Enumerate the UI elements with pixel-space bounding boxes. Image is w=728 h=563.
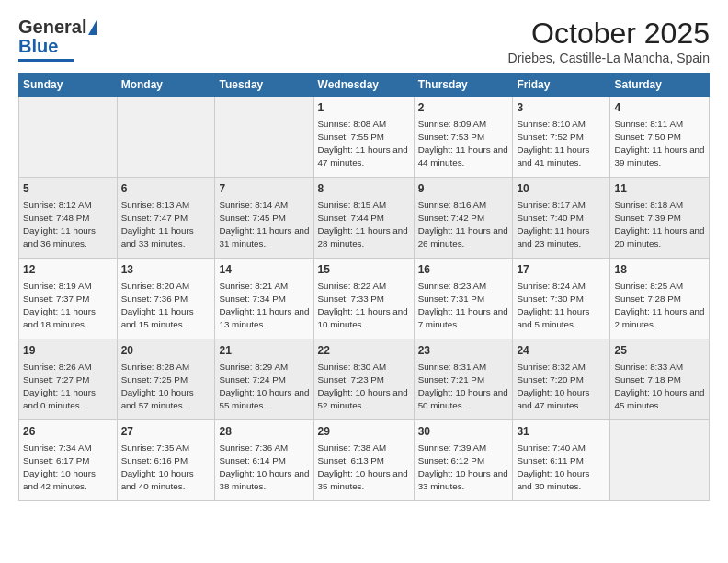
day-info: Sunrise: 8:32 AM Sunset: 7:20 PM Dayligh… (517, 362, 589, 410)
day-info: Sunrise: 7:39 AM Sunset: 6:12 PM Dayligh… (418, 442, 508, 491)
calendar-cell: 29Sunrise: 7:38 AM Sunset: 6:13 PM Dayli… (313, 420, 414, 501)
day-number: 23 (418, 343, 509, 359)
day-info: Sunrise: 8:22 AM Sunset: 7:33 PM Dayligh… (318, 281, 408, 329)
calendar-cell: 18Sunrise: 8:25 AM Sunset: 7:28 PM Dayli… (610, 259, 710, 339)
day-number: 19 (23, 343, 113, 359)
calendar-cell: 25Sunrise: 8:33 AM Sunset: 7:18 PM Dayli… (610, 339, 710, 420)
day-number: 15 (318, 262, 410, 278)
col-sunday: Sunday (19, 74, 118, 97)
calendar-cell: 27Sunrise: 7:35 AM Sunset: 6:16 PM Dayli… (117, 420, 215, 501)
day-number: 12 (23, 262, 113, 278)
col-friday: Friday (513, 74, 610, 97)
calendar-cell: 3Sunrise: 8:10 AM Sunset: 7:52 PM Daylig… (513, 97, 610, 178)
day-info: Sunrise: 8:09 AM Sunset: 7:53 PM Dayligh… (418, 119, 508, 167)
day-number: 22 (318, 343, 410, 359)
day-info: Sunrise: 8:29 AM Sunset: 7:24 PM Dayligh… (219, 362, 309, 410)
day-info: Sunrise: 7:34 AM Sunset: 6:17 PM Dayligh… (23, 442, 96, 491)
day-info: Sunrise: 8:16 AM Sunset: 7:42 PM Dayligh… (418, 200, 508, 248)
day-number: 26 (23, 424, 113, 440)
day-info: Sunrise: 8:21 AM Sunset: 7:34 PM Dayligh… (219, 281, 309, 329)
calendar-cell: 14Sunrise: 8:21 AM Sunset: 7:34 PM Dayli… (215, 259, 313, 339)
day-info: Sunrise: 7:35 AM Sunset: 6:16 PM Dayligh… (121, 442, 194, 491)
calendar-cell: 28Sunrise: 7:36 AM Sunset: 6:14 PM Dayli… (215, 420, 313, 501)
calendar-cell: 9Sunrise: 8:16 AM Sunset: 7:42 PM Daylig… (414, 178, 513, 259)
day-number: 31 (517, 424, 606, 440)
calendar-cell: 20Sunrise: 8:28 AM Sunset: 7:25 PM Dayli… (117, 339, 215, 420)
title-block: October 2025 Driebes, Castille-La Mancha… (508, 17, 710, 65)
logo-general-text: General (18, 17, 86, 38)
subtitle: Driebes, Castille-La Mancha, Spain (508, 51, 710, 65)
day-number: 1 (318, 100, 410, 116)
day-number: 2 (418, 100, 509, 116)
calendar-cell (117, 97, 215, 178)
day-info: Sunrise: 8:28 AM Sunset: 7:25 PM Dayligh… (121, 362, 194, 410)
col-saturday: Saturday (610, 74, 710, 97)
calendar-header-row: Sunday Monday Tuesday Wednesday Thursday… (19, 74, 710, 97)
calendar-cell: 24Sunrise: 8:32 AM Sunset: 7:20 PM Dayli… (513, 339, 610, 420)
calendar-week-row: 5Sunrise: 8:12 AM Sunset: 7:48 PM Daylig… (19, 178, 710, 259)
day-number: 8 (318, 181, 410, 197)
col-monday: Monday (117, 74, 215, 97)
day-info: Sunrise: 8:10 AM Sunset: 7:52 PM Dayligh… (517, 119, 589, 167)
calendar-cell (215, 97, 313, 178)
day-info: Sunrise: 8:18 AM Sunset: 7:39 PM Dayligh… (614, 200, 704, 248)
day-number: 28 (219, 424, 309, 440)
day-info: Sunrise: 8:14 AM Sunset: 7:45 PM Dayligh… (219, 200, 309, 248)
calendar-cell: 4Sunrise: 8:11 AM Sunset: 7:50 PM Daylig… (610, 97, 710, 178)
day-info: Sunrise: 7:38 AM Sunset: 6:13 PM Dayligh… (318, 442, 408, 491)
calendar-week-row: 19Sunrise: 8:26 AM Sunset: 7:27 PM Dayli… (19, 339, 710, 420)
day-number: 7 (219, 181, 309, 197)
calendar-cell: 23Sunrise: 8:31 AM Sunset: 7:21 PM Dayli… (414, 339, 513, 420)
day-number: 5 (23, 181, 113, 197)
col-tuesday: Tuesday (215, 74, 313, 97)
day-info: Sunrise: 8:26 AM Sunset: 7:27 PM Dayligh… (23, 362, 96, 410)
logo: General Blue (18, 17, 97, 62)
day-number: 27 (121, 424, 211, 440)
calendar-cell: 10Sunrise: 8:17 AM Sunset: 7:40 PM Dayli… (513, 178, 610, 259)
day-info: Sunrise: 8:23 AM Sunset: 7:31 PM Dayligh… (418, 281, 508, 329)
day-number: 18 (614, 262, 705, 278)
day-info: Sunrise: 8:15 AM Sunset: 7:44 PM Dayligh… (318, 200, 408, 248)
day-number: 24 (517, 343, 606, 359)
day-number: 14 (219, 262, 309, 278)
calendar-cell: 31Sunrise: 7:40 AM Sunset: 6:11 PM Dayli… (513, 420, 610, 501)
calendar-cell: 19Sunrise: 8:26 AM Sunset: 7:27 PM Dayli… (19, 339, 118, 420)
day-number: 6 (121, 181, 211, 197)
calendar-cell: 22Sunrise: 8:30 AM Sunset: 7:23 PM Dayli… (313, 339, 414, 420)
calendar-week-row: 12Sunrise: 8:19 AM Sunset: 7:37 PM Dayli… (19, 259, 710, 339)
calendar-cell: 30Sunrise: 7:39 AM Sunset: 6:12 PM Dayli… (414, 420, 513, 501)
calendar-cell: 13Sunrise: 8:20 AM Sunset: 7:36 PM Dayli… (117, 259, 215, 339)
main-title: October 2025 (508, 17, 710, 51)
day-info: Sunrise: 8:19 AM Sunset: 7:37 PM Dayligh… (23, 281, 96, 329)
day-info: Sunrise: 8:13 AM Sunset: 7:47 PM Dayligh… (121, 200, 194, 248)
day-info: Sunrise: 8:11 AM Sunset: 7:50 PM Dayligh… (614, 119, 704, 167)
calendar-cell: 6Sunrise: 8:13 AM Sunset: 7:47 PM Daylig… (117, 178, 215, 259)
calendar-cell: 16Sunrise: 8:23 AM Sunset: 7:31 PM Dayli… (414, 259, 513, 339)
day-number: 30 (418, 424, 509, 440)
calendar-cell: 1Sunrise: 8:08 AM Sunset: 7:55 PM Daylig… (313, 97, 414, 178)
day-number: 9 (418, 181, 509, 197)
calendar-cell: 12Sunrise: 8:19 AM Sunset: 7:37 PM Dayli… (19, 259, 118, 339)
page: General Blue October 2025 Driebes, Casti… (0, 0, 728, 563)
day-number: 25 (614, 343, 705, 359)
calendar-cell (610, 420, 710, 501)
day-info: Sunrise: 8:12 AM Sunset: 7:48 PM Dayligh… (23, 200, 96, 248)
logo-underline (18, 59, 74, 62)
day-info: Sunrise: 8:08 AM Sunset: 7:55 PM Dayligh… (318, 119, 408, 167)
calendar-week-row: 26Sunrise: 7:34 AM Sunset: 6:17 PM Dayli… (19, 420, 710, 501)
day-number: 16 (418, 262, 509, 278)
day-info: Sunrise: 8:31 AM Sunset: 7:21 PM Dayligh… (418, 362, 508, 410)
calendar-cell: 21Sunrise: 8:29 AM Sunset: 7:24 PM Dayli… (215, 339, 313, 420)
day-info: Sunrise: 8:20 AM Sunset: 7:36 PM Dayligh… (121, 281, 194, 329)
day-number: 13 (121, 262, 211, 278)
day-info: Sunrise: 8:30 AM Sunset: 7:23 PM Dayligh… (318, 362, 408, 410)
calendar-cell (19, 97, 118, 178)
day-info: Sunrise: 7:40 AM Sunset: 6:11 PM Dayligh… (517, 442, 589, 491)
calendar-cell: 11Sunrise: 8:18 AM Sunset: 7:39 PM Dayli… (610, 178, 710, 259)
day-number: 29 (318, 424, 410, 440)
calendar-week-row: 1Sunrise: 8:08 AM Sunset: 7:55 PM Daylig… (19, 97, 710, 178)
day-info: Sunrise: 8:24 AM Sunset: 7:30 PM Dayligh… (517, 281, 589, 329)
day-number: 4 (614, 100, 705, 116)
calendar-cell: 5Sunrise: 8:12 AM Sunset: 7:48 PM Daylig… (19, 178, 118, 259)
calendar-cell: 26Sunrise: 7:34 AM Sunset: 6:17 PM Dayli… (19, 420, 118, 501)
